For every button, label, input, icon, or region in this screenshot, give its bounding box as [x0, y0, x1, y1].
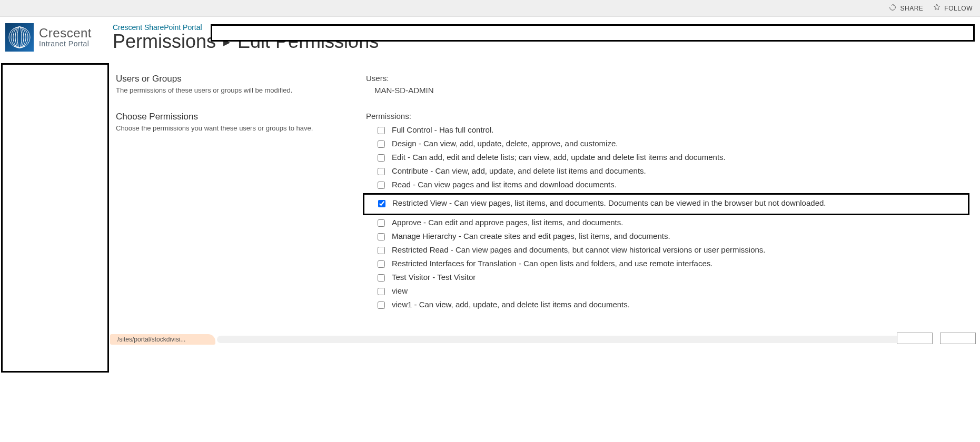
permission-row[interactable]: Manage Hierarchy - Can create sites and … [375, 230, 969, 244]
permission-highlight: Restricted View - Can view pages, list i… [363, 193, 969, 215]
permission-row[interactable]: Restricted Interfaces for Translation - … [375, 257, 969, 271]
permission-label: Full Control - Has full control. [392, 125, 493, 134]
choose-title: Choose Permissions [116, 112, 350, 122]
permission-label: view [392, 286, 408, 295]
permission-label: Restricted View - Can view pages, list i… [392, 198, 826, 207]
permission-checkbox[interactable] [378, 127, 385, 134]
permission-checkbox[interactable] [378, 288, 385, 295]
share-icon [888, 3, 897, 13]
logo-main: Crescent [39, 27, 92, 39]
permission-label: Design - Can view, add, update, delete, … [392, 139, 618, 148]
permission-row[interactable]: Test Visitor - Test Visitor [375, 271, 969, 285]
choose-desc: Choose the permissions you want these us… [116, 124, 350, 132]
search-input[interactable] [211, 24, 975, 42]
logo-text: Crescent Intranet Portal [39, 27, 92, 48]
permission-label: Edit - Can add, edit and delete lists; c… [392, 153, 726, 162]
section-users-left: Users or Groups The permissions of these… [116, 74, 366, 95]
svg-point-1 [11, 27, 28, 48]
permissions-label: Permissions: [366, 112, 969, 120]
permission-row[interactable]: Restricted Read - Can view pages and doc… [375, 244, 969, 257]
svg-point-3 [15, 27, 24, 48]
logo-image [5, 23, 34, 52]
follow-label: FOLLOW [944, 5, 973, 12]
star-icon [933, 3, 941, 13]
permission-row[interactable]: view1 - Can view, add, update, and delet… [375, 298, 969, 312]
permission-checkbox[interactable] [378, 302, 385, 309]
permission-row[interactable]: Edit - Can add, edit and delete lists; c… [375, 151, 969, 165]
horizontal-scrollbar[interactable] [217, 336, 933, 343]
permission-label: Read - Can view pages and list items and… [392, 180, 617, 189]
content: Users or Groups The permissions of these… [116, 74, 969, 442]
permission-checkbox[interactable] [378, 219, 385, 227]
permission-checkbox[interactable] [378, 154, 385, 162]
permission-row[interactable]: Contribute - Can view, add, update, and … [375, 165, 969, 178]
site-logo[interactable]: Crescent Intranet Portal [5, 23, 113, 52]
permission-row[interactable]: view [375, 285, 969, 298]
users-label: Users: [366, 74, 969, 83]
permission-checkbox[interactable] [378, 260, 385, 268]
section-choose-right: Permissions: Full Control - Has full con… [366, 112, 969, 312]
permission-row[interactable]: Design - Can view, add, update, delete, … [375, 137, 969, 151]
permission-row[interactable]: Restricted View - Can view pages, list i… [376, 197, 965, 210]
users-desc: The permissions of these users or groups… [116, 86, 350, 94]
permission-checkbox[interactable] [378, 233, 385, 240]
left-nav[interactable] [1, 63, 109, 373]
permission-label: Contribute - Can view, add, update, and … [392, 166, 646, 175]
share-button[interactable]: SHARE [888, 3, 923, 13]
svg-point-4 [17, 27, 22, 48]
permission-row[interactable]: Approve - Can edit and approve pages, li… [375, 216, 969, 230]
permission-row[interactable]: Full Control - Has full control. [375, 124, 969, 137]
share-label: SHARE [900, 5, 923, 12]
permission-checkbox[interactable] [378, 200, 385, 207]
permission-checkbox[interactable] [378, 274, 385, 282]
permission-label: Restricted Read - Can view pages and doc… [392, 245, 766, 254]
logo-sub: Intranet Portal [39, 39, 92, 48]
permission-checkbox[interactable] [378, 247, 385, 254]
cancel-button[interactable] [940, 333, 976, 344]
follow-button[interactable]: FOLLOW [933, 3, 973, 13]
permission-row[interactable]: Read - Can view pages and list items and… [375, 178, 969, 192]
permission-label: Manage Hierarchy - Can create sites and … [392, 232, 670, 240]
permissions-list: Full Control - Has full control.Design -… [366, 124, 969, 312]
permission-checkbox[interactable] [378, 140, 385, 148]
permission-label: Test Visitor - Test Visitor [392, 273, 476, 282]
section-users: Users or Groups The permissions of these… [116, 74, 969, 95]
permission-checkbox[interactable] [378, 182, 385, 189]
ok-button[interactable] [897, 333, 933, 344]
breadcrumb-permissions[interactable]: Permissions [113, 31, 216, 53]
permission-checkbox[interactable] [378, 168, 385, 175]
permission-label: Approve - Can edit and approve pages, li… [392, 218, 623, 227]
url-crumb[interactable]: /sites/portal/stockdivisi... [110, 334, 215, 345]
ribbon-bar: SHARE FOLLOW [0, 0, 980, 17]
svg-point-0 [9, 27, 30, 48]
section-users-right: Users: MAN-SD-ADMIN [366, 74, 969, 95]
users-title: Users or Groups [116, 74, 350, 84]
section-choose-left: Choose Permissions Choose the permission… [116, 112, 366, 312]
users-value: MAN-SD-ADMIN [366, 86, 969, 95]
permission-label: view1 - Can view, add, update, and delet… [392, 300, 630, 309]
section-choose: Choose Permissions Choose the permission… [116, 112, 969, 312]
permission-label: Restricted Interfaces for Translation - … [392, 259, 712, 268]
